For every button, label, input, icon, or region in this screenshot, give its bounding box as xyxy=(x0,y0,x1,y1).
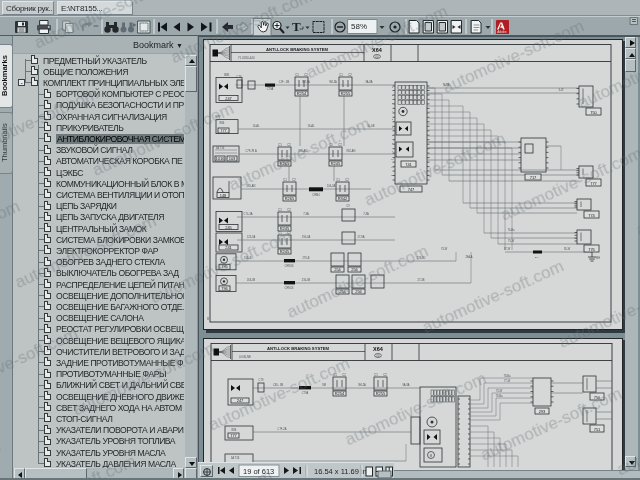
svg-text:741: 741 xyxy=(405,162,412,167)
svg-text:77-W: 77-W xyxy=(504,379,511,383)
svg-text:CT9: CT9 xyxy=(259,378,264,382)
svg-text:16-AL: 16-AL xyxy=(253,124,260,128)
svg-text:71.01/50-440: 71.01/50-440 xyxy=(238,56,255,60)
svg-text:T: T xyxy=(292,19,301,34)
svg-text:0.036-NE: 0.036-NE xyxy=(239,355,251,359)
svg-text:7-3A: 7-3A xyxy=(303,212,309,216)
svg-text:9A-8A: 9A-8A xyxy=(402,383,409,387)
svg-text:X64: X64 xyxy=(372,47,383,53)
svg-text:C1: C1 xyxy=(339,73,343,77)
svg-text:CRM16: CRM16 xyxy=(285,286,294,290)
svg-text:9M-2A: 9M-2A xyxy=(329,80,337,84)
svg-text:148: 148 xyxy=(220,193,227,198)
svg-text:R342: R342 xyxy=(338,196,348,201)
svg-text:885-AN: 885-AN xyxy=(247,184,256,188)
svg-text:74-Ba: 74-Ba xyxy=(508,228,515,232)
svg-text:C7F-2A: C7F-2A xyxy=(278,427,287,431)
svg-text:76-BA: 76-BA xyxy=(442,83,449,87)
svg-text:CT9A: CT9A xyxy=(267,87,274,91)
svg-text:776: 776 xyxy=(588,247,595,252)
svg-text:C2: C2 xyxy=(287,231,291,235)
svg-text:C1: C1 xyxy=(295,73,299,77)
svg-text:C1: C1 xyxy=(374,373,378,377)
svg-text:C2: C2 xyxy=(383,373,387,377)
svg-text:8M: 8M xyxy=(322,383,326,387)
svg-text:CRM4: CRM4 xyxy=(312,193,320,197)
svg-text:75-W: 75-W xyxy=(508,239,515,243)
svg-text:C1: C1 xyxy=(336,178,340,182)
svg-text:241: 241 xyxy=(225,245,232,250)
svg-text:73-W: 73-W xyxy=(496,389,503,393)
svg-text:10: 10 xyxy=(391,158,394,160)
svg-text:27-3B: 27-3B xyxy=(418,278,425,282)
svg-text:C2: C2 xyxy=(304,73,308,77)
svg-text:C2: C2 xyxy=(292,178,296,182)
svg-text:C1: C1 xyxy=(283,178,287,182)
svg-text:C36 - 8B: C36 - 8B xyxy=(273,383,284,387)
svg-text:R265: R265 xyxy=(280,161,290,166)
svg-text:106-3A: 106-3A xyxy=(327,184,336,188)
svg-text:R245: R245 xyxy=(280,249,290,254)
svg-text:C7F-7B A: C7F-7B A xyxy=(245,149,257,153)
svg-text:29A: 29A xyxy=(535,256,540,259)
svg-text:3-W: 3-W xyxy=(559,88,564,92)
svg-text:87-W: 87-W xyxy=(504,247,511,251)
svg-text:254: 254 xyxy=(334,267,341,272)
svg-text:C1: C1 xyxy=(278,143,282,147)
svg-text:884: 884 xyxy=(231,428,236,432)
svg-text:4: 4 xyxy=(392,110,394,112)
svg-text:16.54 x 11.69 in: 16.54 x 11.69 in xyxy=(314,467,367,476)
svg-text:777: 777 xyxy=(230,433,237,438)
svg-text:163-3B: 163-3B xyxy=(247,278,256,282)
svg-text:CT9A: CT9A xyxy=(302,391,309,395)
svg-text:C2: C2 xyxy=(287,143,291,147)
svg-text:882-AN: 882-AN xyxy=(347,149,356,153)
svg-text:777: 777 xyxy=(220,128,227,133)
svg-text:Adobe: Adobe xyxy=(497,30,506,34)
svg-text:BB1: BB1 xyxy=(224,73,230,77)
svg-text:27-9A: 27-9A xyxy=(358,235,365,239)
svg-text:78-Ba: 78-Ba xyxy=(504,374,511,378)
svg-text:X64: X64 xyxy=(373,346,384,352)
svg-text:1A 716: 1A 716 xyxy=(216,146,225,150)
svg-text:293: 293 xyxy=(539,409,546,414)
svg-text:163-4L: 163-4L xyxy=(244,256,253,260)
svg-text:58%: 58% xyxy=(351,22,367,31)
svg-text:85-W: 85-W xyxy=(564,247,571,251)
svg-text:R245: R245 xyxy=(331,161,341,166)
svg-text:R254: R254 xyxy=(297,91,307,96)
svg-text:8: 8 xyxy=(392,142,394,144)
svg-text:MH: MH xyxy=(596,256,600,260)
svg-text:747: 747 xyxy=(408,187,415,192)
svg-text:796: 796 xyxy=(221,286,228,291)
svg-text:1A 716: 1A 716 xyxy=(231,456,240,460)
svg-text:R265: R265 xyxy=(285,196,295,201)
svg-text:884: 884 xyxy=(219,121,224,125)
svg-text:7-3A: 7-3A xyxy=(363,212,369,216)
svg-text:M: M xyxy=(430,454,433,458)
svg-text:123-3A: 123-3A xyxy=(247,235,256,239)
svg-text:8M-9A: 8M-9A xyxy=(302,80,310,84)
svg-text:C1F - 8B: C1F - 8B xyxy=(279,80,290,84)
svg-text:R254: R254 xyxy=(335,391,345,396)
svg-text:73-W: 73-W xyxy=(441,247,448,251)
svg-text:16-AL: 16-AL xyxy=(308,124,315,128)
svg-text:C1: C1 xyxy=(333,373,337,377)
svg-text:247: 247 xyxy=(237,398,244,403)
svg-text:5: 5 xyxy=(392,118,394,120)
svg-text:C2: C2 xyxy=(348,73,352,77)
svg-text:C9: C9 xyxy=(346,204,350,208)
svg-text:C2: C2 xyxy=(287,208,291,212)
svg-text:885-AN: 885-AN xyxy=(299,149,308,153)
svg-text:230-3B: 230-3B xyxy=(302,278,311,282)
svg-text:256: 256 xyxy=(351,267,358,272)
svg-text:717: 717 xyxy=(530,175,537,180)
svg-text:256: 256 xyxy=(355,289,362,294)
svg-text:C1: C1 xyxy=(278,208,282,212)
svg-text:C1: C1 xyxy=(278,231,282,235)
svg-text:CT9: CT9 xyxy=(237,75,242,79)
svg-text:103: 103 xyxy=(229,156,236,161)
svg-text:795: 795 xyxy=(221,264,228,269)
svg-text:750: 750 xyxy=(594,395,601,400)
svg-text:19 of 613: 19 of 613 xyxy=(243,467,274,476)
